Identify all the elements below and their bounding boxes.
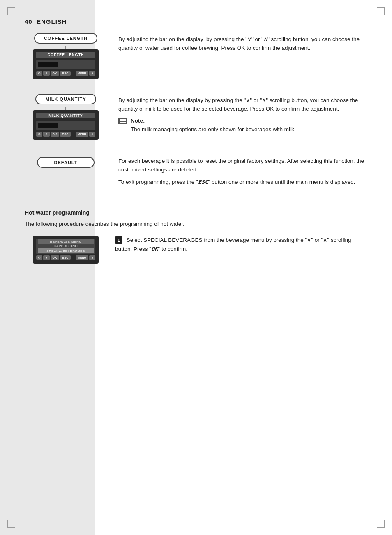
milk-quantity-description: By adjusting the bar on the display by p… xyxy=(118,96,367,113)
screen-buttons-3: ⚙ ∨ OK ESC MENU ∧ xyxy=(36,255,95,260)
scroll-icon-left-3: ⚙ xyxy=(36,255,42,260)
note-icon-line-1 xyxy=(120,119,126,120)
note-content: The milk managing options are only shown… xyxy=(131,126,295,132)
hot-water-intro: The following procedure describes the pr… xyxy=(25,220,367,229)
esc-code: ESC xyxy=(198,178,208,185)
screen-title-2: MILK QUANTITY xyxy=(36,113,95,118)
note-icon-line-3 xyxy=(120,122,126,123)
screen-btn-group-left-2: ⚙ ∨ OK ESC xyxy=(36,132,71,137)
coffee-length-description: By adjusting the bar on the display by p… xyxy=(118,35,367,53)
default-text: For each beverage it is possible to rese… xyxy=(118,155,367,190)
ok-button-3[interactable]: OK xyxy=(51,255,60,260)
coffee-length-screen: COFFEE LENGTH ⚙ ∨ OK ESC MENU ∧ xyxy=(33,49,99,79)
screen-buttons: ⚙ ∨ OK ESC MENU ∧ xyxy=(36,71,95,76)
milk-quantity-device-col: MILK QUANTITY MILK QUANTITY ⚙ ∨ OK ESC M xyxy=(25,94,107,140)
screen-title: COFFEE LENGTH xyxy=(36,52,95,58)
v-button-3[interactable]: ∨ xyxy=(43,255,50,260)
scroll-icon-left-2: ⚙ xyxy=(36,132,42,137)
step-1-text: 1 Select SPECIAL BEVERAGES from the beve… xyxy=(115,236,367,254)
corner-mark-tr xyxy=(377,7,385,15)
up-button-3[interactable]: ∧ xyxy=(89,255,96,260)
corner-mark-br xyxy=(377,520,385,528)
milk-quantity-section: MILK QUANTITY MILK QUANTITY ⚙ ∨ OK ESC M xyxy=(25,94,367,140)
step-1-device-col: BEVERAGE MENU CAPPUCCINO SPECIAL BEVERAG… xyxy=(25,236,107,264)
note-icon xyxy=(118,118,127,124)
menu-btn-group: MENU ∧ xyxy=(76,71,95,76)
coffee-length-device-col: COFFEE LENGTH COFFEE LENGTH ⚙ ∨ OK ESC M xyxy=(25,33,107,79)
menu-button-3[interactable]: MENU xyxy=(76,255,88,260)
v-button[interactable]: ∨ xyxy=(43,71,50,76)
ok-code: OK xyxy=(151,245,158,252)
default-label-col: DEFAULT xyxy=(25,155,107,170)
screen-btn-group-left: ⚙ ∨ OK ESC xyxy=(36,71,71,76)
esc-button[interactable]: ESC xyxy=(60,71,71,76)
screen-menu-item-1: CAPPUCCINO xyxy=(38,244,94,248)
scroll-icon-left: ⚙ xyxy=(36,71,42,76)
corner-mark-bl xyxy=(7,520,15,528)
milk-quantity-text: By adjusting the bar on the display by p… xyxy=(118,94,367,137)
page-header: 40 ENGLISH xyxy=(25,18,67,25)
esc-button-3[interactable]: ESC xyxy=(60,255,71,260)
default-section: DEFAULT For each beverage it is possible… xyxy=(25,155,367,190)
milk-quantity-label: MILK QUANTITY xyxy=(35,94,96,104)
screen-menu-header: BEVERAGE MENU xyxy=(38,239,94,244)
screen-menu-area: BEVERAGE MENU CAPPUCCINO SPECIAL BEVERAG… xyxy=(36,239,95,254)
note-icon-line-2 xyxy=(120,120,126,121)
menu-btn-group-2: MENU ∧ xyxy=(76,132,95,137)
beverage-menu-screen: BEVERAGE MENU CAPPUCCINO SPECIAL BEVERAG… xyxy=(33,236,99,264)
menu-button[interactable]: MENU xyxy=(76,71,88,76)
default-label: DEFAULT xyxy=(37,157,95,168)
screen-bar-area-2 xyxy=(36,121,95,130)
v-button-2[interactable]: ∨ xyxy=(43,132,50,137)
screen-btn-group-left-3: ⚙ ∨ OK ESC xyxy=(36,255,71,260)
screen-buttons-2: ⚙ ∨ OK ESC MENU ∧ xyxy=(36,132,95,137)
screen-menu-item-2: SPECIAL BEVERAGES xyxy=(38,248,94,253)
page-language: ENGLISH xyxy=(37,18,67,25)
up-button-2[interactable]: ∧ xyxy=(89,132,96,137)
screen-bar-fill-2 xyxy=(38,123,58,128)
note-text: Note: The milk managing options are only… xyxy=(131,117,295,134)
default-text-2: To exit programming, press the "ESC" but… xyxy=(118,178,367,187)
step-number-badge: 1 xyxy=(115,236,122,244)
default-text-1: For each beverage it is possible to rese… xyxy=(118,157,367,174)
ok-button[interactable]: OK xyxy=(51,71,60,76)
pill-connector-2 xyxy=(65,107,66,110)
note-label: Note: xyxy=(131,118,145,124)
coffee-length-label: COFFEE LENGTH xyxy=(34,33,97,44)
page-number: 40 xyxy=(25,18,32,25)
pill-connector xyxy=(65,46,66,49)
section-divider xyxy=(25,205,367,205)
up-button[interactable]: ∧ xyxy=(89,71,96,76)
note-box: Note: The milk managing options are only… xyxy=(118,117,367,134)
hot-water-section: Hot water programming The following proc… xyxy=(25,205,367,264)
screen-bar-fill xyxy=(38,62,58,67)
milk-quantity-screen: MILK QUANTITY ⚙ ∨ OK ESC MENU ∧ xyxy=(33,110,99,140)
corner-mark-tl xyxy=(7,7,15,15)
hot-water-heading: Hot water programming xyxy=(25,209,367,216)
esc-button-2[interactable]: ESC xyxy=(60,132,71,137)
ok-button-2[interactable]: OK xyxy=(51,132,60,137)
step-1-row: BEVERAGE MENU CAPPUCCINO SPECIAL BEVERAG… xyxy=(25,236,367,264)
step-1-text-col: 1 Select SPECIAL BEVERAGES from the beve… xyxy=(115,236,367,254)
menu-button-2[interactable]: MENU xyxy=(76,132,88,137)
coffee-length-text: By adjusting the bar on the display by p… xyxy=(118,33,367,56)
screen-bar-area xyxy=(36,60,95,69)
main-content: COFFEE LENGTH COFFEE LENGTH ⚙ ∨ OK ESC M xyxy=(25,33,367,268)
menu-btn-group-3: MENU ∧ xyxy=(76,255,95,260)
coffee-length-section: COFFEE LENGTH COFFEE LENGTH ⚙ ∨ OK ESC M xyxy=(25,33,367,79)
